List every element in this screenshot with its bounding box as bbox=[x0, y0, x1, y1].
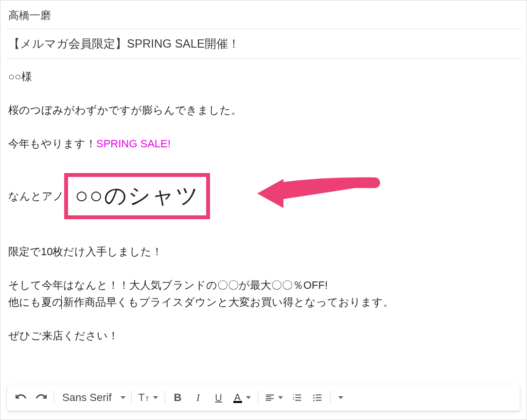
body-line-5: 他にも夏の新作商品早くもプライスダウンと大変お買い得となっております。 bbox=[8, 294, 519, 310]
toolbar-separator bbox=[54, 391, 54, 404]
text-color-icon: A bbox=[233, 392, 242, 403]
text-cursor bbox=[61, 296, 62, 309]
align-left-icon bbox=[264, 392, 275, 403]
bulleted-list-button[interactable] bbox=[308, 388, 327, 407]
font-size-icon: TT bbox=[138, 391, 149, 404]
body-line-3: 限定で10枚だけ入手しました！ bbox=[8, 244, 519, 260]
more-formatting-button[interactable] bbox=[334, 388, 348, 407]
compose-window: 高橋一磨 【メルマガ会員限定】SPRING SALE開催！ ○○様 桜のつぼみが… bbox=[0, 0, 527, 420]
message-body[interactable]: ○○様 桜のつぼみがわずかですが膨らんできました。 今年もやります！SPRING… bbox=[6, 59, 521, 350]
italic-icon: I bbox=[196, 391, 200, 404]
font-size-button[interactable]: TT bbox=[135, 388, 162, 407]
chevron-down-icon bbox=[121, 396, 125, 399]
annotation-arrow bbox=[254, 170, 381, 217]
body-line-6: ぜひご来店ください！ bbox=[8, 328, 519, 344]
undo-button[interactable] bbox=[11, 388, 31, 407]
align-button[interactable] bbox=[261, 388, 286, 407]
numbered-list-icon bbox=[292, 392, 302, 403]
body-line-4: そして今年はなんと！！大人気ブランドの〇〇が最大〇〇％OFF! bbox=[8, 277, 519, 293]
text-color-button[interactable]: A bbox=[229, 388, 255, 407]
formatting-toolbar: Sans Serif TT B I U A bbox=[7, 385, 520, 411]
toolbar-separator bbox=[330, 391, 331, 404]
chevron-down-icon bbox=[153, 396, 158, 399]
italic-button[interactable]: I bbox=[189, 388, 208, 407]
highlight-box: ○○のシャツ bbox=[64, 173, 210, 219]
font-family-select[interactable]: Sans Serif bbox=[57, 388, 128, 407]
underline-button[interactable]: U bbox=[209, 388, 228, 407]
highlight-prefix: なんとアノ bbox=[8, 188, 64, 204]
body-line-2: 今年もやります！SPRING SALE! bbox=[8, 136, 519, 152]
toolbar-separator bbox=[131, 391, 132, 404]
numbered-list-button[interactable] bbox=[287, 388, 307, 407]
body-line-1: 桜のつぼみがわずかですが膨らんできました。 bbox=[8, 102, 519, 118]
subject-text: 【メルマガ会員限定】SPRING SALE開催！ bbox=[8, 37, 240, 50]
chevron-down-icon bbox=[338, 396, 343, 399]
underline-icon: U bbox=[215, 392, 222, 403]
bulleted-list-icon bbox=[312, 392, 323, 403]
bold-icon: B bbox=[174, 391, 182, 404]
redo-icon bbox=[35, 392, 47, 403]
body-line-2b-highlight: SPRING SALE! bbox=[96, 138, 171, 150]
highlight-text: ○○のシャツ bbox=[75, 183, 199, 208]
chevron-down-icon bbox=[246, 396, 251, 399]
recipient-name: 高橋一磨 bbox=[8, 9, 51, 21]
font-family-label: Sans Serif bbox=[62, 391, 112, 404]
chevron-down-icon bbox=[278, 396, 283, 399]
undo-icon bbox=[15, 392, 27, 403]
highlight-line: なんとアノ ○○のシャツ bbox=[8, 173, 519, 219]
recipient-row[interactable]: 高橋一磨 bbox=[6, 5, 521, 29]
bold-button[interactable]: B bbox=[168, 388, 188, 407]
toolbar-separator bbox=[165, 391, 165, 404]
redo-button[interactable] bbox=[32, 388, 51, 407]
body-line-2a: 今年もやります！ bbox=[8, 138, 96, 150]
body-greeting: ○○様 bbox=[8, 69, 519, 85]
subject-row[interactable]: 【メルマガ会員限定】SPRING SALE開催！ bbox=[6, 29, 521, 59]
toolbar-separator bbox=[258, 391, 258, 404]
